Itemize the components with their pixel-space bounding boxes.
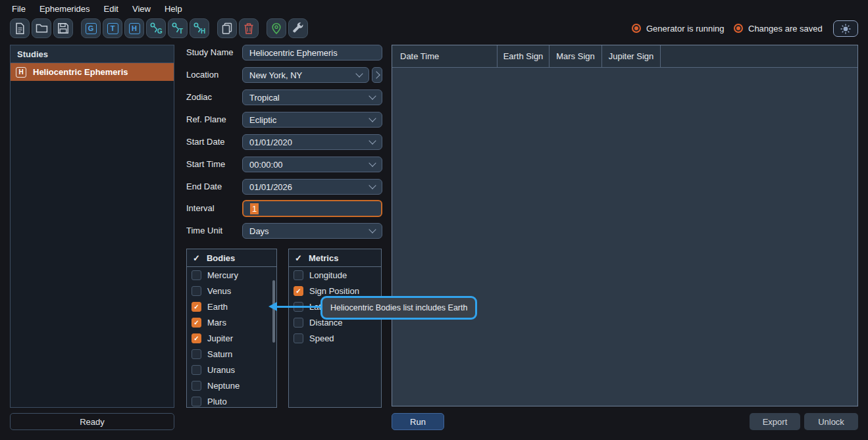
- menu-view[interactable]: View: [132, 4, 151, 14]
- saved-status-label: Changes are saved: [748, 24, 823, 34]
- body-row-pluto[interactable]: Pluto: [187, 393, 276, 408]
- zodiac-label: Zodiac: [186, 89, 212, 105]
- body-row-earth[interactable]: Earth: [187, 299, 276, 314]
- uranus-checkbox[interactable]: [191, 365, 201, 375]
- map-pin-icon: [270, 22, 282, 35]
- neptune-checkbox[interactable]: [191, 381, 201, 391]
- run-button[interactable]: Run: [392, 413, 444, 430]
- sign-position-checkbox[interactable]: [294, 286, 303, 296]
- new-file-button[interactable]: [10, 18, 30, 38]
- body-row-mars[interactable]: Mars: [187, 314, 276, 330]
- node-g-button[interactable]: G: [146, 18, 166, 38]
- end-date-select[interactable]: 01/01/2026: [242, 179, 382, 195]
- node-h-button[interactable]: H: [190, 18, 209, 38]
- theme-toggle-button[interactable]: [833, 20, 858, 37]
- chevron-down-icon: [369, 114, 376, 122]
- study-name-input[interactable]: Heliocentric Ephemeris: [242, 45, 382, 61]
- start-date-label: Start Date: [186, 134, 225, 150]
- end-date-value: 01/01/2026: [249, 182, 292, 192]
- check-icon: [193, 253, 200, 263]
- body-row-jupiter[interactable]: Jupiter: [187, 330, 276, 346]
- interval-input[interactable]: 1: [242, 200, 382, 217]
- duplicate-button[interactable]: [217, 18, 237, 38]
- mars-checkbox[interactable]: [191, 318, 201, 328]
- node-graph-t-icon: T: [170, 22, 185, 35]
- start-time-select[interactable]: 00:00:00: [242, 157, 382, 172]
- tooltip: Heliocentric Bodies list includes Earth: [320, 296, 477, 320]
- study-name-label: Study Name: [186, 45, 234, 61]
- svg-text:T: T: [179, 28, 183, 35]
- jupiter-checkbox[interactable]: [191, 333, 201, 343]
- delete-button[interactable]: [239, 18, 259, 38]
- bodies-header[interactable]: Bodies: [187, 249, 276, 267]
- metrics-header[interactable]: Metrics: [289, 249, 381, 267]
- unlock-button[interactable]: Unlock: [804, 413, 858, 430]
- study-item-heliocentric-ephemeris[interactable]: H Heliocentric Ephemeris: [11, 63, 174, 81]
- distance-checkbox[interactable]: [294, 318, 303, 328]
- location-value: New York, NY: [249, 70, 302, 80]
- ref-plane-label: Ref. Plane: [186, 112, 226, 128]
- settings-button[interactable]: [288, 18, 308, 38]
- ref-plane-value: Ecliptic: [249, 115, 276, 125]
- start-date-select[interactable]: 01/01/2020: [242, 134, 382, 150]
- metrics-panel: Metrics Longitude Sign Position Latitude…: [288, 249, 382, 408]
- body-row-neptune[interactable]: Neptune: [187, 378, 276, 393]
- pluto-checkbox[interactable]: [191, 397, 201, 406]
- save-button[interactable]: [53, 18, 73, 38]
- pluto-label: Pluto: [207, 397, 227, 406]
- column-header-mars-sign: Mars Sign: [549, 45, 602, 67]
- menu-ephemerides[interactable]: Ephemerides: [39, 4, 90, 14]
- check-icon: [295, 253, 302, 263]
- letter-g-icon: G: [86, 23, 97, 34]
- wrench-icon: [292, 22, 304, 34]
- menubar: File Ephemerides Edit View Help: [0, 0, 868, 18]
- chevron-down-icon: [355, 70, 363, 77]
- longitude-checkbox[interactable]: [294, 270, 303, 280]
- earth-checkbox[interactable]: [191, 302, 201, 312]
- speed-checkbox[interactable]: [294, 333, 303, 343]
- bodies-panel: Bodies Mercury Venus Earth Mars Jupiter …: [186, 249, 277, 408]
- export-button[interactable]: Export: [750, 413, 800, 430]
- study-item-label: Heliocentric Ephemeris: [33, 67, 128, 77]
- node-graph-g-icon: G: [149, 22, 163, 35]
- interval-label: Interval: [186, 201, 215, 216]
- node-t-button[interactable]: T: [168, 18, 188, 38]
- menu-help[interactable]: Help: [165, 4, 182, 14]
- venus-checkbox[interactable]: [191, 286, 201, 296]
- ref-plane-select[interactable]: Ecliptic: [242, 112, 382, 128]
- document-icon: [14, 22, 26, 35]
- time-unit-select[interactable]: Days: [242, 223, 382, 239]
- body-row-venus[interactable]: Venus: [187, 283, 276, 299]
- svg-text:H: H: [201, 28, 205, 35]
- body-row-saturn[interactable]: Saturn: [187, 346, 276, 362]
- geocentric-letter-button[interactable]: G: [81, 18, 101, 38]
- body-row-uranus[interactable]: Uranus: [187, 362, 276, 378]
- mercury-checkbox[interactable]: [191, 270, 201, 280]
- jupiter-label: Jupiter: [207, 333, 233, 343]
- location-select[interactable]: New York, NY: [242, 67, 369, 83]
- metric-row-longitude[interactable]: Longitude: [289, 267, 381, 283]
- bodies-header-label: Bodies: [207, 253, 235, 263]
- saturn-checkbox[interactable]: [191, 349, 201, 359]
- location-detail-button[interactable]: [372, 67, 382, 83]
- copy-icon: [221, 22, 233, 35]
- metric-row-speed[interactable]: Speed: [289, 330, 381, 346]
- bodies-scrollbar[interactable]: [272, 280, 275, 343]
- generator-status-label: Generator is running: [646, 24, 725, 34]
- sun-icon: [840, 23, 852, 35]
- heliocentric-letter-button[interactable]: H: [124, 18, 144, 38]
- floppy-icon: [57, 22, 69, 34]
- end-date-label: End Date: [186, 179, 222, 195]
- open-folder-button[interactable]: [32, 18, 51, 38]
- venus-label: Venus: [207, 286, 231, 296]
- body-row-mercury[interactable]: Mercury: [187, 267, 276, 283]
- topocentric-letter-button[interactable]: T: [103, 18, 122, 38]
- time-unit-label: Time Unit: [186, 223, 222, 239]
- menu-edit[interactable]: Edit: [104, 4, 118, 14]
- menu-file[interactable]: File: [12, 4, 26, 14]
- uranus-label: Uranus: [207, 365, 235, 375]
- zodiac-value: Tropical: [249, 93, 280, 103]
- location-pin-button[interactable]: [267, 18, 286, 38]
- zodiac-select[interactable]: Tropical: [242, 89, 382, 105]
- chevron-down-icon: [369, 92, 376, 99]
